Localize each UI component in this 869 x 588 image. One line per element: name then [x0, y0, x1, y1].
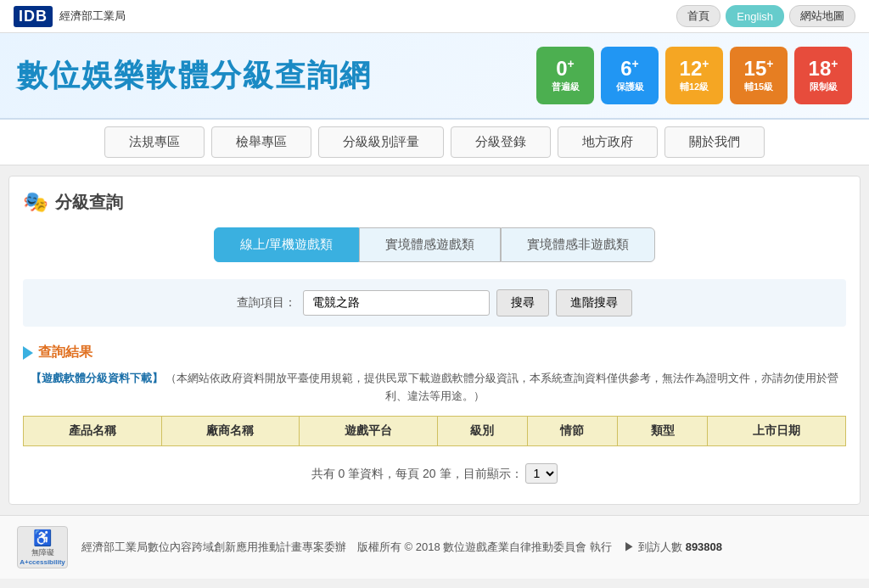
table-header-row: 產品名稱廠商名稱遊戲平台級別情節類型上市日期 — [24, 416, 846, 445]
rating-icons: 0+普遍級6+保護級12+輔12級15+輔15級18+限制級 — [536, 47, 852, 104]
page-select[interactable]: 1 — [525, 463, 558, 484]
footer: ♿ 無障礙 A+ccessibility 經濟部工業局數位內容跨域創新應用推動計… — [0, 515, 869, 579]
nav-item-review[interactable]: 檢舉專區 — [211, 126, 311, 158]
sitemap-button[interactable]: 網站地圖 — [789, 5, 855, 27]
english-button[interactable]: English — [726, 5, 784, 27]
tab-vr-non[interactable]: 實境體感非遊戲類 — [501, 227, 655, 262]
rating-badge-p18: 18+限制級 — [794, 47, 852, 104]
visitor-label: ▶ 到訪人數 — [624, 540, 682, 553]
per-page-suffix: 筆，目前顯示： — [440, 467, 523, 480]
site-title: 數位娛樂軟體分級查詢網 — [17, 55, 372, 97]
nav-item-rating-reg[interactable]: 分級登錄 — [451, 126, 551, 158]
result-arrow-icon — [23, 346, 33, 360]
download-notice: 【遊戲軟體分級資料下載】 （本網站依政府資料開放平臺使用規範，提供民眾下載遊戲軟… — [23, 370, 846, 406]
site-header: 數位娛樂軟體分級查詢網 0+普遍級6+保護級12+輔12級15+輔15級18+限… — [0, 33, 869, 120]
section-title-area: 🎭 分級查詢 — [23, 190, 846, 214]
org-name: 經濟部工業局 — [59, 8, 126, 24]
main-nav: 法規專區檢舉專區分級級別評量分級登錄地方政府關於我們 — [0, 120, 869, 165]
accessibility-a-label: A+ccessibility — [20, 558, 65, 566]
section-icon: 🎭 — [23, 190, 48, 214]
table-header-cell: 上市日期 — [708, 416, 846, 445]
main-content: 🎭 分級查詢 線上/單機遊戲類實境體感遊戲類實境體感非遊戲類 查詢項目： 搜尋 … — [8, 176, 861, 505]
result-table: 產品名稱廠商名稱遊戲平台級別情節類型上市日期 — [23, 416, 846, 446]
top-bar: IDB 經濟部工業局 首頁 English 網站地圖 — [0, 0, 869, 33]
tab-online[interactable]: 線上/單機遊戲類 — [214, 227, 359, 262]
table-header-cell: 遊戲平台 — [300, 416, 438, 445]
logo-area: IDB 經濟部工業局 — [14, 6, 126, 27]
accessibility-label: 無障礙 — [31, 547, 54, 558]
rating-badge-p15: 15+輔15級 — [730, 47, 788, 104]
rating-badge-g: 0+普遍級 — [536, 47, 594, 104]
nav-item-local-gov[interactable]: 地方政府 — [558, 126, 658, 158]
result-title-area: 查詢結果 — [23, 344, 846, 361]
table-header-cell: 產品名稱 — [24, 416, 162, 445]
logo-idb: IDB — [14, 6, 53, 27]
advanced-search-button[interactable]: 進階搜尋 — [556, 289, 632, 316]
search-area: 查詢項目： 搜尋 進階搜尋 — [23, 279, 846, 327]
nav-item-about[interactable]: 關於我們 — [664, 126, 765, 158]
search-input[interactable] — [303, 290, 490, 316]
download-link[interactable]: 【遊戲軟體分級資料下載】 — [31, 372, 163, 384]
search-label: 查詢項目： — [237, 295, 296, 311]
table-header-cell: 廠商名稱 — [161, 416, 300, 445]
table-header-cell: 類型 — [618, 416, 708, 445]
nav-item-law[interactable]: 法規專區 — [104, 126, 205, 158]
table-header-cell: 情節 — [527, 416, 617, 445]
search-button[interactable]: 搜尋 — [496, 289, 549, 316]
total-label: 共有 — [311, 467, 335, 480]
rating-badge-p12: 12+輔12級 — [665, 47, 723, 104]
per-page: 20 — [423, 467, 436, 480]
home-button[interactable]: 首頁 — [676, 5, 720, 27]
tabs-area: 線上/單機遊戲類實境體感遊戲類實境體感非遊戲類 — [23, 227, 846, 262]
visitor-count: 893808 — [686, 540, 722, 553]
table-head: 產品名稱廠商名稱遊戲平台級別情節類型上市日期 — [24, 416, 846, 445]
accessibility-badge: ♿ 無障礙 A+ccessibility — [17, 526, 68, 568]
table-header-cell: 級別 — [437, 416, 527, 445]
pagination-area: 共有 0 筆資料，每頁 20 筆，目前顯示： 1 — [23, 456, 846, 490]
result-title-text: 查詢結果 — [38, 344, 93, 361]
tab-vr[interactable]: 實境體感遊戲類 — [359, 227, 501, 262]
rating-badge-p6: 6+保護級 — [601, 47, 659, 104]
section-title-text: 分級查詢 — [55, 191, 123, 214]
nav-item-rating-eval[interactable]: 分級級別評量 — [318, 126, 444, 158]
notice-text: （本網站依政府資料開放平臺使用規範，提供民眾下載遊戲軟體分級資訊，本系統查詢資料… — [165, 372, 838, 402]
footer-org-text: 經濟部工業局數位內容跨域創新應用推動計畫專案委辦 版權所有 © 2018 數位遊… — [81, 540, 612, 553]
top-nav: 首頁 English 網站地圖 — [676, 5, 855, 27]
footer-text: 經濟部工業局數位內容跨域創新應用推動計畫專案委辦 版權所有 © 2018 數位遊… — [81, 540, 852, 555]
per-page-label: 筆資料，每頁 — [348, 467, 419, 480]
total-count: 0 — [338, 467, 345, 480]
